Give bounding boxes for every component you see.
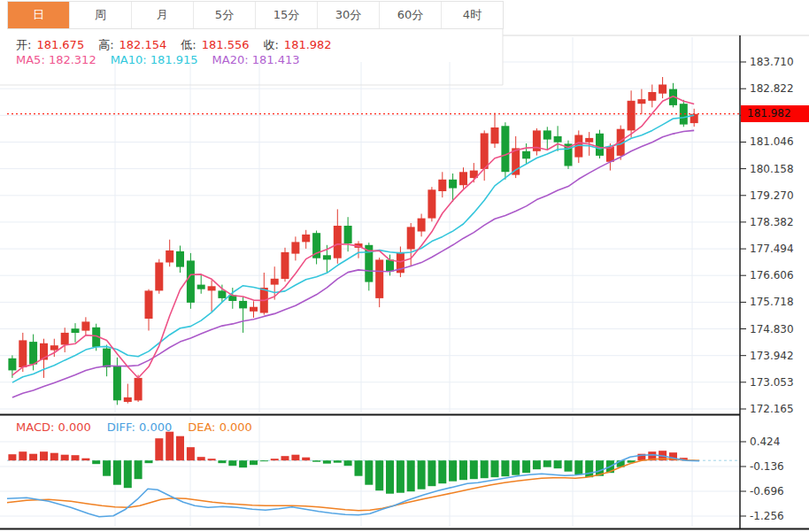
high-value: 182.154 [119, 38, 167, 51]
tab-month[interactable]: 月 [131, 2, 193, 28]
main-chart-region[interactable] [0, 35, 740, 414]
tab-60min[interactable]: 60分 [379, 2, 441, 28]
price-axis-label: 172.165 [750, 403, 806, 415]
price-axis-label: 182.822 [750, 82, 806, 95]
price-axis-label: 177.494 [750, 243, 806, 255]
high-label: 高: [98, 38, 113, 51]
price-axis-label: 183.710 [750, 56, 806, 68]
diff-value: DIFF: 0.000 [107, 420, 173, 434]
close-value: 181.982 [284, 38, 332, 51]
last-price-tag: 181.982 [741, 105, 809, 122]
dea-value: DEA: 0.000 [188, 420, 252, 434]
macd-axis-label: -1.256 [750, 510, 806, 522]
axis-ticks [740, 62, 746, 516]
macd-axis-label: 0.424 [750, 436, 806, 448]
price-axis-label: 174.830 [750, 323, 806, 335]
tab-30min[interactable]: 30分 [317, 2, 379, 28]
open-value: 181.675 [36, 38, 84, 51]
tab-day[interactable]: 日 [8, 2, 69, 28]
close-label: 收: [263, 38, 278, 51]
macd-legend: MACD: 0.000DIFF: 0.000DEA: 0.000 [16, 420, 258, 434]
kline-chart-app: 日周月5分15分30分60分4时 开:181.675高:182.154低:181… [0, 0, 809, 532]
macd-value: MACD: 0.000 [16, 420, 91, 434]
macd-axis-label: -0.696 [750, 485, 806, 497]
tab-5min[interactable]: 5分 [193, 2, 255, 28]
ma10-readout: MA10: 181.915 [111, 53, 198, 66]
price-axis-label: 178.382 [750, 216, 806, 228]
tab-4hour[interactable]: 4时 [441, 2, 503, 28]
price-axis-label: 175.718 [750, 296, 806, 308]
tab-week[interactable]: 周 [69, 2, 131, 28]
macd-axis-label: -0.136 [750, 460, 806, 473]
price-axis-label: 180.158 [750, 163, 806, 175]
ma5-readout: MA5: 182.312 [16, 53, 96, 66]
low-label: 低: [181, 38, 196, 51]
price-axis-label: 173.053 [750, 376, 806, 389]
price-axis-label: 176.606 [750, 269, 806, 281]
period-tabbar: 日周月5分15分30分60分4时 [7, 1, 504, 29]
price-axis-label: 173.942 [750, 350, 806, 362]
ohlc-readout: 开:181.675高:182.154低:181.556收:181.982 [16, 37, 346, 53]
ma20-readout: MA20: 181.413 [212, 53, 300, 66]
price-axis-label: 179.270 [750, 189, 806, 202]
tab-15min[interactable]: 15分 [255, 2, 317, 28]
ma-readout: MA5: 182.312MA10: 181.915MA20: 181.413 [16, 53, 305, 66]
open-label: 开: [16, 38, 31, 51]
low-value: 181.556 [202, 38, 250, 51]
price-axis-label: 181.046 [750, 135, 806, 148]
